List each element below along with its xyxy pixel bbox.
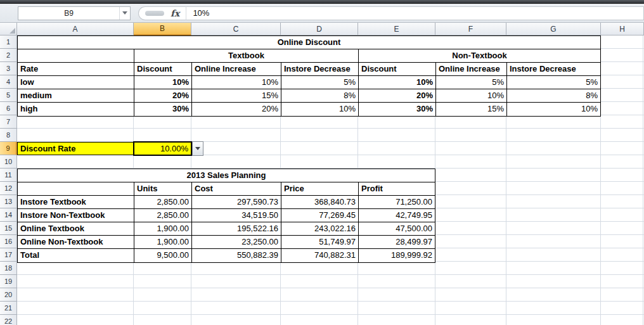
data-cell[interactable]: 9,500.00 [134, 249, 192, 262]
row-header-11[interactable]: 11 [0, 169, 17, 182]
data-cell[interactable]: 15% [436, 103, 507, 116]
column-header-C[interactable]: C [191, 23, 281, 35]
data-cell[interactable]: 10% [192, 76, 281, 89]
data-cell[interactable]: 740,882.31 [281, 249, 359, 262]
header-profit[interactable]: Profit [359, 182, 435, 195]
header-discount-nontextbook[interactable]: Discount [359, 63, 436, 75]
online-discount-title-cell[interactable]: Online Discount [18, 36, 600, 49]
data-cell[interactable]: 20% [192, 103, 281, 116]
header-rate[interactable]: Rate [18, 63, 134, 75]
data-validation-dropdown-button[interactable] [192, 141, 203, 156]
discount-rate-value-cell[interactable]: 10.00% [133, 141, 192, 156]
data-cell[interactable]: 1,900.00 [134, 236, 192, 248]
data-cell[interactable]: 189,999.92 [359, 249, 435, 262]
row-header-6[interactable]: 6 [0, 102, 17, 115]
data-cell[interactable]: 71,250.00 [359, 196, 435, 208]
data-cell[interactable]: 5% [436, 76, 507, 89]
header-discount-textbook[interactable]: Discount [134, 63, 192, 75]
row-header-20[interactable]: 20 [0, 288, 17, 302]
column-header-G[interactable]: G [506, 23, 601, 35]
column-header-D[interactable]: D [281, 23, 358, 35]
row-header-16[interactable]: 16 [0, 235, 17, 248]
data-cell[interactable]: 34,519.50 [192, 209, 281, 222]
insert-function-button[interactable]: fx [171, 8, 179, 18]
cells-area[interactable]: Online Discount Textbook Non-Textbook Ra… [17, 35, 644, 325]
cell-A2[interactable] [18, 49, 134, 62]
row-header-3[interactable]: 3 [0, 62, 17, 75]
sales-row-label[interactable]: Online Textbook [18, 222, 134, 235]
row-header-9[interactable]: 9 [0, 142, 17, 155]
data-cell[interactable]: 243,022.16 [281, 222, 359, 235]
sales-row-label[interactable]: Online Non-Textbook [18, 236, 134, 248]
data-cell[interactable]: 10% [436, 89, 507, 102]
row-header-2[interactable]: 2 [0, 49, 17, 62]
sales-total-label[interactable]: Total [18, 249, 134, 262]
data-cell[interactable]: 5% [507, 76, 600, 89]
rate-label-high[interactable]: high [18, 103, 134, 116]
sales-planning-title-cell[interactable]: 2013 Sales Planning [18, 169, 435, 182]
name-box[interactable]: B9 [18, 6, 131, 20]
header-instore-decrease-textbook[interactable]: Instore Decrease [281, 63, 359, 75]
data-cell[interactable]: 8% [507, 89, 600, 102]
data-cell[interactable]: 8% [281, 89, 359, 102]
rate-label-low[interactable]: low [18, 76, 134, 89]
data-cell[interactable]: 42,749.95 [359, 209, 435, 222]
rate-label-medium[interactable]: medium [18, 89, 134, 102]
formula-input[interactable]: 10% [186, 6, 644, 20]
sales-row-label[interactable]: Instore Non-Textbook [18, 209, 134, 222]
data-cell[interactable]: 47,500.00 [359, 222, 435, 235]
header-online-increase-textbook[interactable]: Online Increase [192, 63, 281, 75]
name-box-dropdown-icon[interactable] [119, 7, 130, 20]
data-cell[interactable]: 30% [359, 103, 436, 116]
row-header-15[interactable]: 15 [0, 222, 17, 235]
data-cell[interactable]: 2,850.00 [134, 209, 192, 222]
header-cost[interactable]: Cost [192, 182, 281, 195]
data-cell[interactable]: 30% [134, 103, 192, 116]
sales-row-label[interactable]: Instore Textbook [18, 196, 134, 208]
row-header-7[interactable]: 7 [0, 115, 17, 129]
row-header-10[interactable]: 10 [0, 155, 17, 169]
data-cell[interactable]: 10% [281, 103, 359, 116]
data-cell[interactable]: 368,840.73 [281, 196, 359, 208]
cell-A12[interactable] [18, 182, 134, 195]
data-cell[interactable]: 15% [192, 89, 281, 102]
data-cell[interactable]: 5% [281, 76, 359, 89]
data-cell[interactable]: 10% [507, 103, 600, 116]
data-cell[interactable]: 297,590.73 [192, 196, 281, 208]
row-header-5[interactable]: 5 [0, 89, 17, 102]
row-header-17[interactable]: 17 [0, 248, 17, 262]
row-header-12[interactable]: 12 [0, 182, 17, 195]
column-header-B[interactable]: B [134, 23, 191, 35]
data-cell[interactable]: 23,250.00 [192, 236, 281, 248]
data-cell[interactable]: 10% [134, 76, 192, 89]
row-header-8[interactable]: 8 [0, 129, 17, 142]
row-header-13[interactable]: 13 [0, 195, 17, 208]
row-header-22[interactable]: 22 [0, 315, 17, 325]
row-header-19[interactable]: 19 [0, 275, 17, 288]
data-cell[interactable]: 2,850.00 [134, 196, 192, 208]
row-header-4[interactable]: 4 [0, 75, 17, 89]
column-header-E[interactable]: E [358, 23, 435, 35]
header-price[interactable]: Price [281, 182, 359, 195]
group-header-textbook[interactable]: Textbook [134, 49, 359, 62]
data-cell[interactable]: 10% [359, 76, 436, 89]
row-header-1[interactable]: 1 [0, 35, 17, 49]
header-units[interactable]: Units [134, 182, 192, 195]
header-instore-decrease-nontextbook[interactable]: Instore Decrease [507, 63, 600, 75]
data-cell[interactable]: 28,499.97 [359, 236, 435, 248]
group-header-non-textbook[interactable]: Non-Textbook [359, 49, 600, 62]
select-all-button[interactable] [0, 23, 17, 35]
data-cell[interactable]: 20% [359, 89, 436, 102]
header-online-increase-nontextbook[interactable]: Online Increase [436, 63, 507, 75]
row-header-21[interactable]: 21 [0, 302, 17, 315]
data-cell[interactable]: 550,882.39 [192, 249, 281, 262]
row-header-18[interactable]: 18 [0, 262, 17, 275]
column-header-H[interactable]: H [601, 23, 644, 35]
column-header-A[interactable]: A [17, 23, 134, 35]
data-cell[interactable]: 195,522.16 [192, 222, 281, 235]
data-cell[interactable]: 20% [134, 89, 192, 102]
column-header-F[interactable]: F [435, 23, 506, 35]
discount-rate-label-cell[interactable]: Discount Rate [17, 142, 134, 155]
row-header-14[interactable]: 14 [0, 208, 17, 222]
formula-bar-resize-handle[interactable] [145, 11, 164, 16]
